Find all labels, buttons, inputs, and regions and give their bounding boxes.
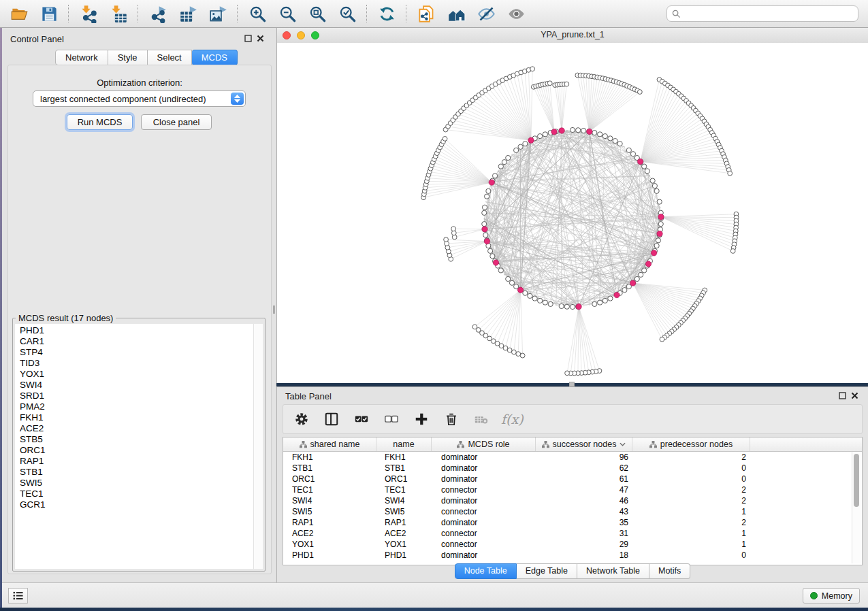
mcds-result-item[interactable]: STB5 (20, 434, 263, 445)
optimization-criterion-label: Optimization criterion: (8, 78, 271, 88)
add-column-button[interactable] (411, 409, 432, 429)
open-session-button[interactable] (5, 2, 33, 25)
column-browser-button[interactable] (321, 409, 342, 429)
table-cell: dominator (432, 517, 536, 528)
column-header-name[interactable]: name (376, 437, 432, 451)
trash-icon (444, 412, 459, 427)
mcds-result-item[interactable]: YOX1 (20, 369, 263, 380)
mcds-result-groupbox: MCDS result (17 nodes) PHD1CAR1STP4TID3Y… (12, 318, 266, 572)
mcds-result-item[interactable]: SWI4 (20, 380, 263, 391)
table-row[interactable]: SWI4SWI4dominator462 (283, 495, 862, 506)
table-row[interactable]: TEC1TEC1connector472 (283, 484, 862, 495)
mcds-result-item[interactable]: ACE2 (20, 423, 263, 434)
zoom-fit-button[interactable] (303, 2, 332, 25)
tab-node-table[interactable]: Node Table (455, 563, 517, 579)
table-row[interactable]: STB1STB1dominator620 (283, 463, 862, 474)
table-row[interactable]: ORC1ORC1dominator610 (283, 474, 862, 484)
mcds-result-item[interactable]: CAR1 (20, 336, 263, 347)
export-image-button[interactable] (204, 2, 232, 25)
show-all-button[interactable] (502, 2, 530, 25)
zoom-out-button[interactable] (273, 2, 302, 25)
mcds-result-item[interactable]: SRD1 (20, 391, 263, 401)
horizontal-splitter-grip[interactable] (569, 382, 575, 386)
mcds-result-item[interactable]: TID3 (20, 358, 263, 369)
save-session-button[interactable] (35, 2, 63, 25)
network-window-titlebar[interactable]: YPA_prune.txt_1 (277, 28, 868, 44)
mcds-result-item[interactable]: SWI5 (20, 478, 263, 489)
mcds-result-item[interactable]: FKH1 (20, 412, 263, 423)
eye-slash-icon (477, 5, 496, 23)
close-panel-icon[interactable] (851, 392, 858, 399)
refresh-button[interactable] (372, 2, 401, 25)
deselect-all-button[interactable] (381, 409, 402, 429)
table-panel: Table Panel (276, 386, 868, 582)
mcds-result-list[interactable]: PHD1CAR1STP4TID3YOX1SWI4SRD1PMA2FKH1ACE2… (15, 324, 263, 569)
table-row[interactable]: PHD1PHD1dominator180 (283, 550, 862, 561)
toolbar-separator (68, 5, 69, 22)
mcds-result-item[interactable]: PHD1 (20, 325, 263, 336)
mcds-result-item[interactable]: STP4 (20, 347, 263, 358)
table-row[interactable]: FKH1FKH1dominator962 (283, 452, 862, 463)
table-cell: TEC1 (283, 484, 376, 495)
mcds-result-item[interactable]: STB1 (20, 467, 263, 478)
table-row[interactable]: SWI5SWI5connector431 (283, 506, 862, 517)
column-header-mcds-role[interactable]: MCDS role (432, 437, 536, 451)
network-window-title: YPA_prune.txt_1 (277, 28, 868, 43)
table-row[interactable]: YOX1YOX1connector291 (283, 539, 862, 550)
zoom-selected-button[interactable] (333, 2, 361, 25)
delete-table-button[interactable] (471, 409, 492, 429)
zoom-in-button[interactable] (243, 2, 272, 25)
clone-network-button[interactable] (412, 2, 440, 25)
delete-column-button[interactable] (441, 409, 462, 429)
export-table-button[interactable] (174, 2, 202, 25)
column-header-shared-name[interactable]: shared name (283, 437, 376, 451)
tab-style[interactable]: Style (108, 50, 148, 65)
hide-selected-button[interactable] (472, 2, 500, 25)
tab-select[interactable]: Select (148, 50, 192, 65)
import-table-button[interactable] (104, 2, 133, 25)
table-cell: 1 (632, 539, 750, 550)
table-scrollbar[interactable] (852, 452, 861, 563)
search-container (666, 5, 858, 22)
task-history-button[interactable] (8, 588, 28, 604)
mcds-result-item[interactable]: PMA2 (20, 401, 263, 412)
column-header-successor-nodes[interactable]: successor nodes (536, 437, 632, 451)
close-panel-icon[interactable] (257, 35, 264, 42)
table-row[interactable]: RAP1RAP1dominator352 (283, 517, 862, 528)
mcds-result-item[interactable]: ORC1 (20, 445, 263, 456)
search-input[interactable] (666, 5, 858, 22)
export-network-button[interactable] (144, 2, 172, 25)
result-list-scrollbar[interactable] (253, 324, 263, 569)
tab-network[interactable]: Network (55, 50, 108, 65)
table-settings-button[interactable] (291, 409, 312, 429)
criterion-select[interactable]: largest connected component (undirected) (33, 90, 246, 107)
tab-edge-table[interactable]: Edge Table (517, 563, 577, 579)
table-cell: STB1 (376, 463, 432, 474)
table-toolbar: f(x) (283, 404, 863, 434)
mcds-result-item[interactable]: GCR1 (20, 499, 263, 510)
mcds-result-items: PHD1CAR1STP4TID3YOX1SWI4SRD1PMA2FKH1ACE2… (15, 325, 263, 510)
tab-motifs[interactable]: Motifs (649, 563, 690, 579)
float-panel-icon[interactable] (839, 392, 846, 399)
select-all-button[interactable] (351, 409, 372, 429)
table-row[interactable]: ACE2ACE2connector311 (283, 528, 862, 539)
column-header-predecessor-nodes[interactable]: predecessor nodes (632, 437, 750, 451)
run-mcds-button[interactable]: Run MCDS (67, 114, 133, 130)
checked-boxes-icon (354, 412, 369, 427)
import-network-button[interactable] (74, 2, 103, 25)
open-folder-icon (10, 5, 29, 23)
mcds-result-item[interactable]: TEC1 (20, 489, 263, 499)
table-panel-title: Table Panel (285, 391, 332, 401)
memory-button[interactable]: Memory (803, 588, 860, 604)
mcds-result-item[interactable]: RAP1 (20, 456, 263, 467)
float-panel-icon[interactable] (244, 35, 252, 42)
close-panel-button[interactable]: Close panel (141, 114, 212, 130)
first-neighbors-button[interactable] (442, 2, 470, 25)
network-canvas[interactable] (277, 43, 868, 383)
tab-mcds[interactable]: MCDS (192, 50, 238, 65)
table-scrollbar-thumb[interactable] (854, 454, 859, 507)
table-cell: dominator (432, 452, 536, 463)
mcds-panel: Optimization criterion: largest connecte… (7, 65, 272, 574)
table-cell: dominator (432, 550, 536, 561)
tab-network-table[interactable]: Network Table (577, 563, 649, 579)
